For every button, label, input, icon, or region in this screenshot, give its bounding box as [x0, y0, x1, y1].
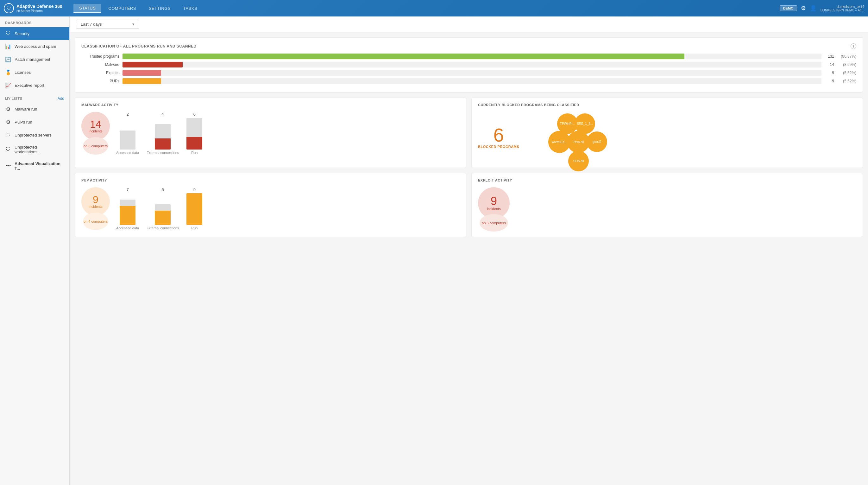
user-icon[interactable]: 👤: [810, 5, 817, 12]
sidebar-item-label: Executive report: [14, 83, 44, 88]
nav-computers[interactable]: COMPUTERS: [102, 4, 142, 13]
bar-pct: (5.52%): [837, 79, 856, 83]
bar-visual: [186, 118, 202, 149]
exploit-activity-content: 9 incidents on 5 computers: [478, 187, 856, 232]
prog-bubble-7zxa[interactable]: 7zxa.dll: [567, 131, 589, 153]
sidebar-item-label: Malware run: [14, 107, 37, 112]
pup-bar-chart: 7 Accessed data 5: [116, 187, 460, 230]
my-lists-header: MY LISTS Add: [0, 92, 69, 103]
bar-segment-bottom: [155, 211, 170, 225]
malware-computers-label: on 6 computers: [84, 144, 107, 148]
sidebar-item-label: Unprotected servers: [14, 133, 52, 138]
sidebar-item-advanced-viz[interactable]: 〜 Advanced Visualization T...: [0, 158, 69, 174]
malware-icon: ⚙: [5, 106, 11, 112]
pup-activity-content: 9 incidents on 4 computers 7: [81, 187, 460, 230]
app-title: Adaptive Defense 360: [17, 4, 62, 9]
malware-incident-bubble: 14 incidents on 6 computers: [81, 112, 110, 154]
sidebar-item-web-access[interactable]: 📊 Web access and spam: [0, 40, 69, 53]
date-selector[interactable]: Last 7 days ▾: [76, 20, 139, 29]
info-icon[interactable]: i: [850, 44, 856, 49]
sidebar-item-unprotected-workstations[interactable]: 🛡 Unprotected workstations...: [0, 141, 69, 158]
bar-fill: [123, 54, 684, 59]
blocked-count: 6: [493, 126, 504, 145]
pup-incident-bubble: 9 incidents on 4 computers: [81, 187, 110, 230]
server-shield-icon: 🛡: [5, 132, 11, 138]
bar-visual: [120, 118, 135, 149]
malware-activity-panel: MALWARE ACTIVITY 14 incidents on 6 compu…: [75, 97, 466, 168]
nav-tasks[interactable]: TASKS: [178, 4, 203, 13]
sidebar-item-malware-run[interactable]: ⚙ Malware run: [0, 103, 69, 116]
pup-incident-label: incidents: [89, 205, 102, 208]
user-name: dunkelstern_pk14: [837, 5, 864, 8]
bar-num: 5: [162, 187, 164, 192]
bar-col-accessed: 2 Accessed data: [116, 112, 139, 154]
bar-count: 14: [825, 62, 834, 67]
my-lists-label: MY LISTS: [5, 96, 23, 101]
pup-incident-count: 9: [93, 195, 98, 205]
bar-col-external-pup: 5 External connections: [147, 187, 179, 230]
sidebar-item-label: PUPs run: [14, 120, 32, 124]
sidebar-item-unprotected-servers[interactable]: 🛡 Unprotected servers: [0, 129, 69, 141]
bar-segment-top: [155, 204, 170, 211]
bar-col-label: External connections: [147, 226, 179, 230]
classification-title: CLASSIFICATION OF ALL PROGRAMS RUN AND S…: [81, 44, 856, 49]
blocked-label: BLOCKED PROGRAMS: [478, 145, 519, 149]
workstation-shield-icon: 🛡: [5, 147, 11, 152]
prog-bubble-good2[interactable]: good2: [587, 132, 607, 152]
content-area: CLASSIFICATION OF ALL PROGRAMS RUN AND S…: [70, 32, 868, 242]
sidebar-item-executive[interactable]: 📈 Executive report: [0, 79, 69, 92]
exploit-incident-count: 9: [491, 196, 497, 207]
sidebar-item-pups-run[interactable]: ⚙ PUPs run: [0, 116, 69, 129]
blocked-programs-panel: CURRENTLY BLOCKED PROGRAMS BEING CLASSIF…: [471, 97, 863, 168]
bar-count: 9: [825, 70, 834, 75]
bar-col-label: Run: [191, 151, 197, 154]
settings-icon[interactable]: ⚙: [801, 5, 806, 12]
pup-computers-label: on 4 computers: [84, 220, 107, 223]
sidebar: DASHBOARDS 🛡 Security 📊 Web access and s…: [0, 17, 70, 485]
main-content: Last 7 days ▾ CLASSIFICATION OF ALL PROG…: [70, 17, 868, 485]
exploit-activity-panel: EXPLOIT ACTIVITY 9 incidents on 5 comput…: [471, 173, 863, 237]
bar-label: PUPs: [81, 79, 119, 83]
prog-bubble-sos[interactable]: SOS.dll: [568, 151, 589, 171]
bar-segment: [120, 131, 135, 149]
exploit-computers-label: on 5 computers: [482, 221, 506, 225]
bar-segment-bottom: [155, 138, 170, 149]
nav-settings[interactable]: SETTINGS: [143, 4, 176, 13]
report-icon: 📈: [5, 82, 11, 88]
bar-col-label: Run: [191, 226, 197, 230]
exploit-computer-bubble: on 5 computers: [479, 214, 508, 232]
pup-activity-panel: PUP ACTIVITY 9 incidents on 4 computers: [75, 173, 466, 237]
bar-row-exploits: Exploits 9 (5.52%): [81, 70, 856, 76]
bar-row-trusted: Trusted programs 131 (80.37%): [81, 54, 856, 59]
sidebar-item-patch[interactable]: 🔄 Patch management: [0, 53, 69, 66]
bar-col-run: 6 Run: [186, 112, 202, 154]
malware-main-bubble: 14 incidents: [81, 112, 110, 140]
bar-num: 6: [193, 112, 196, 117]
bar-segment-top: [186, 118, 202, 137]
exploit-incident-label: incidents: [487, 207, 500, 211]
bar-visual: [186, 193, 202, 225]
sidebar-item-label: Unprotected workstations...: [14, 145, 64, 154]
sidebar-item-security[interactable]: 🛡 Security: [0, 27, 69, 40]
dashboards-label: DASHBOARDS: [0, 17, 69, 27]
nav-status[interactable]: STATUS: [73, 4, 101, 13]
date-label: Last 7 days: [81, 22, 102, 27]
bar-num: 2: [126, 112, 128, 117]
pup-main-bubble: 9 incidents: [81, 187, 110, 216]
sidebar-item-label: Licenses: [14, 70, 31, 75]
bar-num: 7: [126, 187, 128, 192]
malware-incident-count: 14: [90, 119, 101, 129]
bar-segment-top: [120, 200, 135, 206]
bar-label: Trusted programs: [81, 54, 119, 59]
chart-icon: 📊: [5, 44, 11, 50]
pup-activity-title: PUP ACTIVITY: [81, 178, 460, 182]
shield-icon: 🛡: [5, 31, 11, 36]
bar-col-label: Accessed data: [116, 226, 139, 230]
panels-grid: MALWARE ACTIVITY 14 incidents on 6 compu…: [75, 97, 863, 237]
bar-track: [123, 54, 822, 59]
bar-pct: (80.37%): [837, 54, 856, 59]
add-list-button[interactable]: Add: [58, 96, 64, 101]
exploit-activity-title: EXPLOIT ACTIVITY: [478, 178, 856, 182]
sidebar-item-licenses[interactable]: 🏅 Licenses: [0, 66, 69, 79]
chevron-down-icon: ▾: [132, 22, 134, 27]
